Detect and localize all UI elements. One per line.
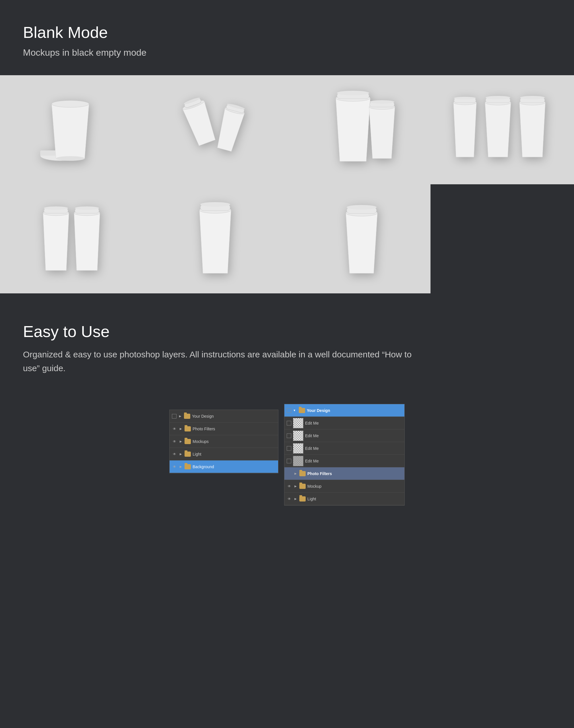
folder-icon-front-your-design: [299, 408, 305, 413]
checkbox-edit-2[interactable]: [287, 434, 291, 438]
arrow-icon-mockups: ▶: [179, 440, 183, 444]
layer-label-edit-4: Edit Me: [305, 459, 402, 463]
arrow-icon-front-light: ▶: [294, 497, 298, 501]
layer-label-background: Background: [193, 464, 276, 469]
svg-point-19: [454, 97, 476, 99]
easy-to-use-body: Organized & easy to use photoshop layers…: [23, 348, 425, 375]
checkbox-edit-1[interactable]: [287, 421, 291, 426]
svg-point-2: [52, 100, 89, 107]
checkbox-front-your-design[interactable]: [287, 408, 291, 413]
checkbox-edit-3[interactable]: [287, 446, 291, 451]
layer-row-front-light: 👁 ▶ Light: [284, 493, 404, 505]
layer-label-edit-3: Edit Me: [305, 446, 402, 451]
layer-label-mockups: Mockups: [193, 439, 276, 444]
svg-point-16: [370, 100, 394, 104]
arrow-icon-light: ▶: [179, 452, 183, 456]
eye-icon-front-light: 👁: [287, 496, 292, 501]
grid-cell-2: [144, 75, 287, 184]
layer-row-front-your-design: ▼ Your Design: [284, 404, 404, 417]
layer-label-your-design: Your Design: [192, 414, 276, 418]
folder-icon-light: [184, 452, 191, 457]
arrow-icon-front-photo-filters: ▶: [294, 472, 298, 476]
grid-cell-3: [287, 75, 430, 184]
layer-row-edit-4: Edit Me: [284, 455, 404, 467]
grid-cell-6: [144, 184, 287, 293]
arrow-icon-background: ▶: [179, 465, 183, 469]
layer-row-edit-1: Edit Me: [284, 417, 404, 430]
svg-point-3: [56, 156, 85, 161]
easy-to-use-title: Easy to Use: [23, 322, 551, 341]
eye-icon-mockups: 👁: [172, 439, 177, 444]
layer-row-background: 👁 ▶ Background: [170, 460, 278, 473]
eye-icon-photo-filters: 👁: [172, 426, 177, 432]
svg-point-25: [520, 96, 545, 99]
grid-cell-7: [287, 184, 430, 293]
blank-mode-title: Blank Mode: [23, 23, 551, 42]
arrow-icon-photo-filters: ▶: [179, 427, 183, 431]
layer-label-edit-2: Edit Me: [305, 434, 402, 438]
grid-cell-4: [430, 75, 574, 184]
layer-row-edit-2: Edit Me: [284, 430, 404, 442]
svg-point-31: [75, 206, 99, 210]
eye-icon-front-photo-filters: [287, 471, 292, 476]
folder-icon-your-design: [184, 414, 190, 419]
layer-label-front-mockup: Mockup: [308, 484, 402, 489]
grid-cell-8: [430, 184, 574, 293]
folder-icon-front-photo-filters: [299, 471, 306, 476]
thumb-edit-3: [293, 443, 303, 453]
easy-to-use-section: Easy to Use Organized & easy to use phot…: [0, 293, 574, 528]
arrow-icon-your-design: ▶: [178, 414, 182, 418]
layer-label-edit-1: Edit Me: [305, 421, 402, 426]
thumb-edit-4: [293, 456, 303, 466]
svg-point-22: [486, 96, 510, 99]
eye-icon-background: 👁: [172, 464, 177, 469]
checkbox-edit-4[interactable]: [287, 459, 291, 463]
layers-panel-front: ▼ Your Design Edit Me Edit Me Edit Me: [284, 404, 405, 505]
arrow-icon-front-mockup: ▶: [294, 484, 298, 488]
layer-row-edit-3: Edit Me: [284, 442, 404, 455]
folder-icon-background: [184, 464, 191, 469]
layers-demo-area: ▶ Your Design 👁 ▶ Photo Filters 👁 ▶ Mock…: [0, 393, 574, 528]
layer-label-front-light: Light: [308, 497, 402, 501]
thumb-edit-2: [293, 431, 303, 441]
layer-row-front-mockup: 👁 ▶ Mockup: [284, 480, 404, 493]
eye-icon-light: 👁: [172, 452, 177, 457]
layer-row-photo-filters: 👁 ▶ Photo Filters: [170, 422, 278, 435]
grid-cell-5: [0, 184, 144, 293]
svg-point-13: [337, 91, 369, 95]
svg-point-37: [347, 205, 376, 209]
image-grid-container: [0, 75, 574, 293]
layer-label-photo-filters: Photo Filters: [193, 427, 276, 431]
layer-row-mockups: 👁 ▶ Mockups: [170, 435, 278, 448]
thumb-edit-1: [293, 418, 303, 428]
layer-row-front-photo-filters: ▶ Photo Filters: [284, 467, 404, 480]
checkbox-your-design[interactable]: [172, 414, 176, 418]
blank-mode-subtitle: Mockups in black empty mode: [23, 47, 551, 58]
grid-cell-1: [0, 75, 144, 184]
eye-icon-front-mockup: 👁: [287, 484, 292, 489]
layer-row-light: 👁 ▶ Light: [170, 448, 278, 460]
layer-label-light: Light: [193, 452, 276, 456]
layers-panel-back: ▶ Your Design 👁 ▶ Photo Filters 👁 ▶ Mock…: [169, 410, 278, 473]
image-grid: [0, 75, 574, 293]
svg-point-28: [44, 206, 68, 210]
blank-mode-section: Blank Mode Mockups in black empty mode: [0, 0, 574, 293]
layer-label-front-your-design: Your Design: [307, 408, 402, 413]
svg-point-34: [200, 202, 230, 207]
folder-icon-mockups: [184, 439, 191, 444]
folder-icon-front-light: [299, 496, 306, 501]
folder-icon-front-mockup: [299, 484, 306, 489]
layer-label-front-photo-filters: Photo Filters: [308, 471, 402, 476]
folder-icon-photo-filters: [184, 426, 191, 432]
layer-row-your-design: ▶ Your Design: [170, 410, 278, 422]
